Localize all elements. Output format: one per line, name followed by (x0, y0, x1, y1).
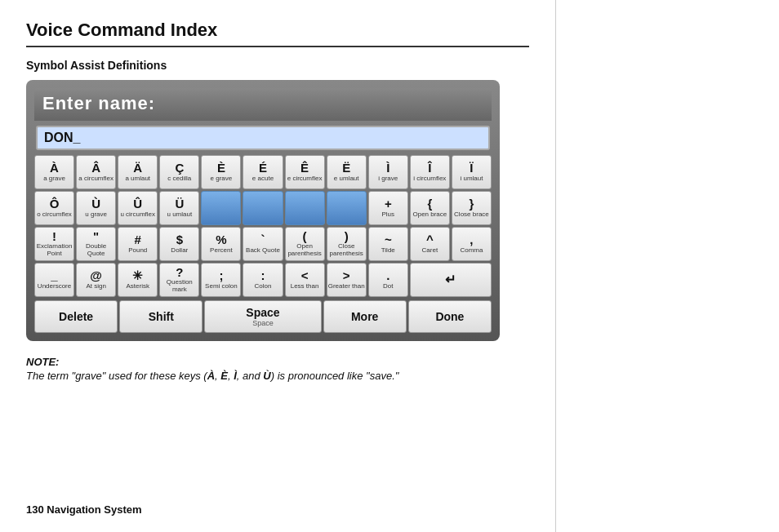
key-back-quote[interactable]: `Back Quote (243, 227, 283, 261)
more-button[interactable]: More (323, 300, 407, 333)
keyboard-row-4: _Underscore @At sign ✳Asterisk ?Question… (34, 263, 492, 297)
key-dot[interactable]: .Dot (368, 263, 408, 297)
key-asterisk[interactable]: ✳Asterisk (118, 263, 158, 297)
key-a-umlaut[interactable]: Äa umlaut (118, 155, 158, 189)
key-empty-1 (201, 191, 241, 225)
key-open-brace[interactable]: {Open brace (410, 191, 450, 225)
key-return[interactable]: ↵ (410, 263, 492, 297)
delete-button[interactable]: Delete (34, 300, 118, 333)
keyboard-row-3: !Exclamation Point "Double Quote #Pound … (34, 227, 492, 261)
key-open-paren[interactable]: (Open parenthesis (285, 227, 325, 261)
page-footer: 130 Navigation System (26, 503, 142, 516)
key-less-than[interactable]: <Less than (285, 263, 325, 297)
right-sidebar (555, 0, 779, 532)
key-plus[interactable]: +Plus (368, 191, 408, 225)
page-title: Voice Command Index (26, 20, 529, 41)
space-button[interactable]: Space Space (204, 300, 321, 333)
keyboard-input[interactable]: DON_ (36, 126, 490, 150)
key-empty-2 (243, 191, 283, 225)
keyboard-row-1: Àa grave Âa circumflex Äa umlaut Çc cedi… (34, 155, 492, 189)
key-close-brace[interactable]: }Close brace (452, 191, 492, 225)
key-empty-4 (327, 191, 367, 225)
key-i-umlaut[interactable]: Ïi umlaut (452, 155, 492, 189)
key-comma[interactable]: ,Comma (452, 227, 492, 261)
key-question[interactable]: ?Question mark (159, 263, 199, 297)
keyboard-header: Enter name: (34, 88, 492, 121)
key-u-circumflex[interactable]: Ûu circumflex (118, 191, 158, 225)
key-percent[interactable]: %Percent (201, 227, 241, 261)
key-exclamation[interactable]: !Exclamation Point (34, 227, 74, 261)
key-double-quote[interactable]: "Double Quote (76, 227, 116, 261)
keyboard-header-title: Enter name: (42, 93, 155, 113)
keyboard-row-2: Ôo circumflex Ùu grave Ûu circumflex Üu … (34, 191, 492, 225)
key-close-paren[interactable]: )Close parenthesis (327, 227, 367, 261)
key-empty-3 (285, 191, 325, 225)
key-e-circumflex[interactable]: Êe circumflex (285, 155, 325, 189)
keyboard-bottom-bar: Delete Shift Space Space More Done (34, 300, 492, 333)
key-dollar[interactable]: $Dollar (159, 227, 199, 261)
key-u-umlaut[interactable]: Üu umlaut (159, 191, 199, 225)
key-at[interactable]: @At sign (76, 263, 116, 297)
key-e-acute[interactable]: Ée acute (243, 155, 283, 189)
key-i-grave[interactable]: Ìi grave (368, 155, 408, 189)
key-u-grave[interactable]: Ùu grave (76, 191, 116, 225)
key-a-circumflex[interactable]: Âa circumflex (76, 155, 116, 189)
key-caret[interactable]: ^Caret (410, 227, 450, 261)
key-e-grave[interactable]: Èe grave (201, 155, 241, 189)
key-c-cedilla[interactable]: Çc cedilla (159, 155, 199, 189)
shift-button[interactable]: Shift (119, 300, 203, 333)
note-text: The term "grave" used for these keys (À,… (26, 370, 529, 382)
title-divider (26, 46, 529, 47)
done-button[interactable]: Done (408, 300, 492, 333)
section-title: Symbol Assist Definitions (26, 59, 529, 72)
key-i-circumflex[interactable]: Îi circumflex (410, 155, 450, 189)
note-section: NOTE: The term "grave" used for these ke… (26, 356, 529, 382)
key-tilde[interactable]: ~Tilde (368, 227, 408, 261)
key-colon[interactable]: :Colon (243, 263, 283, 297)
key-o-circumflex[interactable]: Ôo circumflex (34, 191, 74, 225)
keyboard-widget: Enter name: DON_ Àa grave Âa circumflex … (26, 80, 500, 341)
key-greater-than[interactable]: >Greater than (327, 263, 367, 297)
key-semicolon[interactable]: ;Semi colon (201, 263, 241, 297)
key-a-grave[interactable]: Àa grave (34, 155, 74, 189)
key-pound[interactable]: #Pound (118, 227, 158, 261)
note-title: NOTE: (26, 356, 529, 368)
key-e-umlaut[interactable]: Ëe umlaut (327, 155, 367, 189)
key-underscore[interactable]: _Underscore (34, 263, 74, 297)
